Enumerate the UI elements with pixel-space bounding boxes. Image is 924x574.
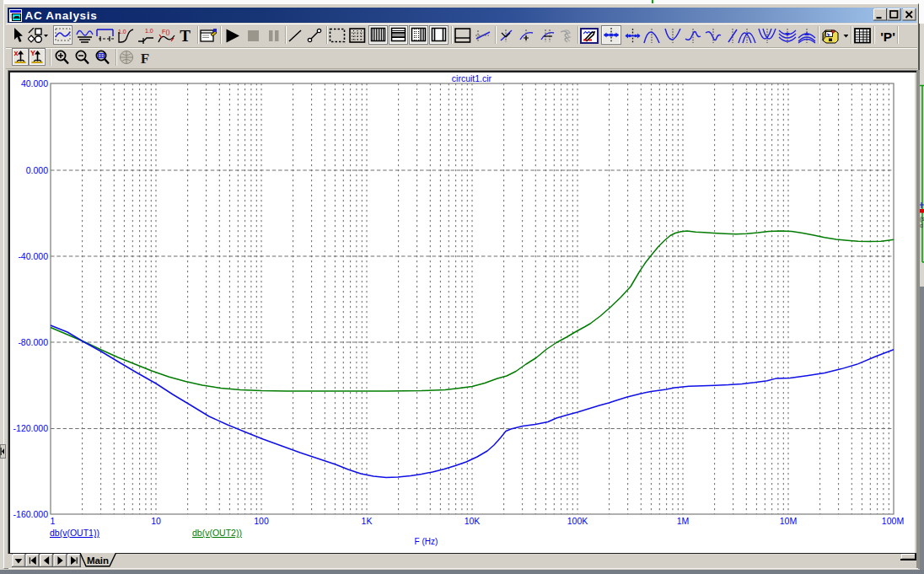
svg-text:-120.000: -120.000 [13,423,49,433]
svg-text:100K: 100K [567,516,588,526]
svg-text:100: 100 [254,516,269,526]
svg-text:100M: 100M [882,516,904,526]
svg-text:F (Hz): F (Hz) [415,537,438,546]
svg-text:'P': 'P' [880,30,895,44]
svg-text:db(v(OUT2)): db(v(OUT2)) [192,528,242,538]
svg-text:d: d [920,223,923,228]
svg-text:circuit1.cir: circuit1.cir [452,73,492,83]
svg-text:0.000: 0.000 [26,165,48,175]
svg-text:1: 1 [51,516,56,526]
svg-text:10K: 10K [465,516,481,526]
svg-text:F(): F() [162,28,170,35]
svg-text:Main: Main [87,555,109,566]
svg-text:40.000: 40.000 [21,78,48,89]
svg-text:-160.000: -160.000 [13,509,49,519]
svg-text:Y: Y [30,49,35,57]
svg-text:1M: 1M [677,516,690,526]
svg-text:F: F [141,51,149,67]
svg-text:(s: (s [920,216,924,223]
svg-text:1.0: 1.0 [145,28,153,34]
svg-text:db(v(OUT1)): db(v(OUT1)) [50,528,99,538]
svg-text:10: 10 [151,516,161,526]
svg-text:x: x [13,49,18,57]
svg-text:-80.000: -80.000 [18,337,48,347]
svg-text:T: T [180,28,191,44]
svg-text:10M: 10M [780,516,797,526]
svg-text:-40.000: -40.000 [18,251,48,261]
svg-text:1K: 1K [362,516,373,526]
